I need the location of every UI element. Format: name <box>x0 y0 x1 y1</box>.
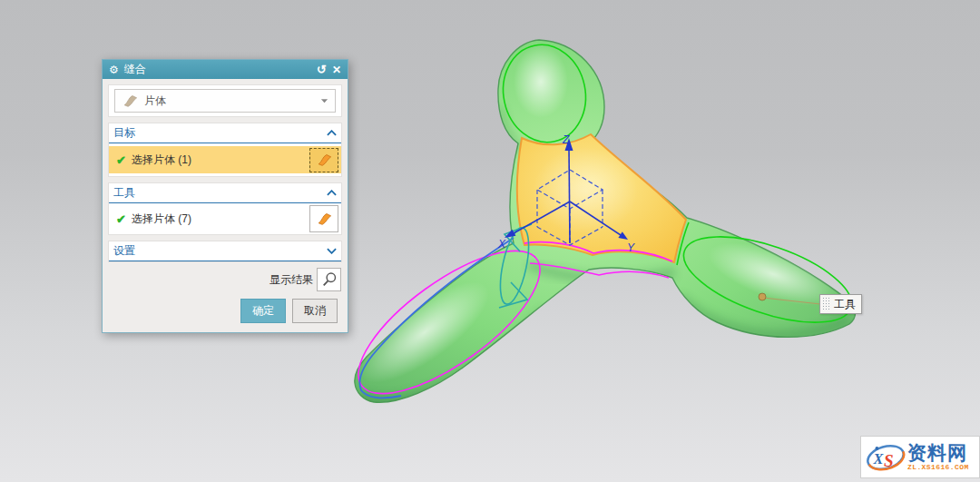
close-icon[interactable]: ✕ <box>332 64 341 75</box>
axis-label-y: Y <box>627 241 635 254</box>
axis-label-z: Z <box>562 133 570 146</box>
tool-select-row[interactable]: ✔ 选择片体 (7) <box>109 203 341 234</box>
tool-selection-tag[interactable]: 工具 <box>819 294 862 314</box>
cancel-button[interactable]: 取消 <box>292 299 338 323</box>
sheet-body-icon <box>122 93 139 108</box>
chevron-down-icon[interactable] <box>327 248 337 254</box>
section-target-label: 目标 <box>113 125 327 141</box>
show-result-button[interactable] <box>317 268 341 291</box>
type-filter-group: 片体 <box>108 84 342 117</box>
check-icon: ✔ <box>116 154 126 166</box>
check-icon: ✔ <box>116 213 126 225</box>
reset-icon[interactable]: ↺ <box>317 64 327 75</box>
tool-sheet-button[interactable] <box>309 205 338 232</box>
section-tool[interactable]: 工具 <box>109 183 341 203</box>
section-target[interactable]: 目标 <box>109 123 341 143</box>
preview-row: 显示结果 <box>108 268 342 291</box>
logo-letter-x: X <box>873 449 885 467</box>
target-face-shading <box>533 147 638 234</box>
section-settings[interactable]: 设置 <box>109 241 341 261</box>
dialog-title: 缝合 <box>124 62 311 77</box>
target-sheet-button[interactable] <box>309 148 338 172</box>
watermark-site-url: ZL.XS1616.COM <box>907 464 969 471</box>
axis-label-x: X <box>497 238 506 251</box>
settings-group: 设置 <box>108 241 342 262</box>
sew-dialog: ⚙ 缝合 ↺ ✕ 片体 目标 <box>102 59 348 333</box>
tool-selection-ball[interactable] <box>759 293 766 300</box>
section-settings-label: 设置 <box>113 243 327 259</box>
chevron-up-icon[interactable] <box>327 190 337 196</box>
type-filter-value: 片体 <box>144 93 315 109</box>
tool-group: 工具 ✔ 选择片体 (7) <box>108 182 342 235</box>
target-select-row[interactable]: ✔ 选择片体 (1) <box>109 146 341 173</box>
xs-logo-icon: X S <box>864 439 907 476</box>
dialog-titlebar[interactable]: ⚙ 缝合 ↺ ✕ <box>103 60 348 79</box>
tag-drag-handle-icon[interactable] <box>822 297 830 311</box>
gear-icon[interactable]: ⚙ <box>109 64 119 75</box>
ok-button[interactable]: 确定 <box>240 299 286 323</box>
chevron-up-icon[interactable] <box>327 130 337 136</box>
watermark: X S 资料网 ZL.XS1616.COM <box>860 436 980 478</box>
target-select-label: 选择片体 (1) <box>132 152 304 168</box>
watermark-site-name: 资料网 <box>907 443 969 462</box>
tag-label: 工具 <box>830 297 861 312</box>
sheet-body-icon <box>316 152 333 167</box>
dialog-buttons: 确定 取消 <box>108 297 342 327</box>
section-tool-label: 工具 <box>113 185 327 201</box>
logo-letter-s: S <box>884 450 894 469</box>
target-group: 目标 ✔ 选择片体 (1) <box>108 123 342 177</box>
magnifier-icon <box>321 271 338 288</box>
show-result-label: 显示结果 <box>270 272 313 288</box>
type-filter-dropdown[interactable]: 片体 <box>114 89 336 113</box>
dropdown-caret-icon <box>320 98 328 103</box>
sheet-body-icon <box>316 211 333 226</box>
tool-select-label: 选择片体 (7) <box>132 211 304 227</box>
application-window: Z X Y 工具 ⚙ 缝合 ↺ ✕ 片体 <box>0 0 980 482</box>
